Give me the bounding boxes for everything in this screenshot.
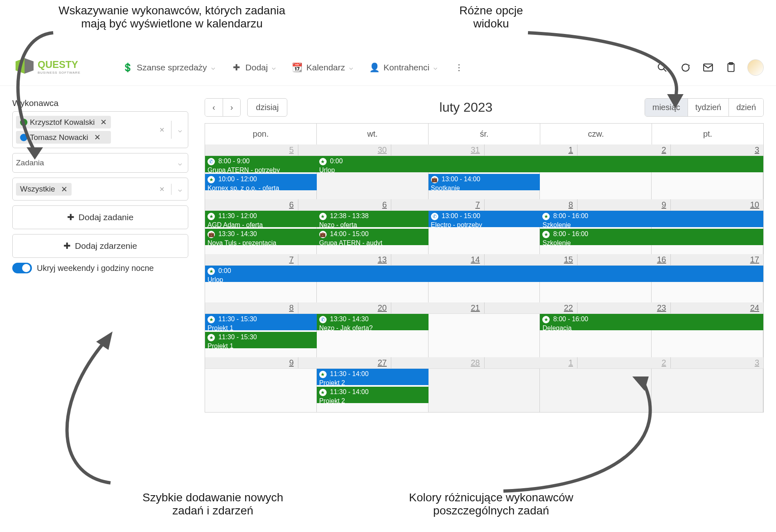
plus-icon: ✚	[67, 212, 74, 222]
calendar-event[interactable]: ★ 8:00 - 16:00Delegacja	[540, 314, 763, 330]
star-icon: ★	[208, 334, 215, 341]
date-cell[interactable]: 3	[671, 144, 764, 156]
arrow-bottom-right	[495, 372, 684, 503]
chevron-down-icon: ⌵	[272, 63, 276, 71]
date-cell[interactable]: 16	[577, 254, 671, 265]
star-icon: ★	[208, 316, 215, 323]
add-task-button[interactable]: ✚ Dodaj zadanie	[12, 205, 188, 229]
date-cell[interactable]: 8	[485, 199, 578, 210]
task-filter-select[interactable]: Wszystkie✕ ✕⌵	[12, 178, 188, 201]
clipboard-icon[interactable]	[724, 61, 738, 74]
calendar-event[interactable]: ★ 0:00Urlop	[317, 156, 763, 172]
date-cell[interactable]: 14	[391, 254, 485, 265]
filter-all-remove[interactable]: ✕	[61, 185, 68, 194]
date-cell[interactable]: 23	[577, 302, 671, 313]
more-dots-icon: ⋮	[454, 63, 464, 72]
date-cell[interactable]: 17	[671, 254, 764, 265]
arrow-top-left	[4, 29, 61, 172]
mail-icon[interactable]	[702, 61, 715, 74]
user-avatar[interactable]	[747, 59, 764, 76]
calendar-event[interactable]: ✆ 13:00 - 15:00Electro - potrzeby	[429, 211, 540, 227]
next-button[interactable]: ›	[223, 99, 241, 116]
hide-weekends-toggle[interactable]	[12, 263, 32, 273]
calendar-event[interactable]: ★ 11:30 - 12:00AGD Adam - oferta	[205, 211, 317, 227]
performer-clear[interactable]: ✕	[157, 124, 167, 136]
performer-1-remove[interactable]: ✕	[94, 133, 101, 142]
calendar-event[interactable]: ✆ 8:00 - 9:00Grupa ATERN - potrzeby	[205, 156, 317, 172]
date-cell[interactable]: 6	[298, 199, 392, 210]
date-cell[interactable]: 5	[205, 144, 298, 156]
dollar-icon: 💲	[123, 63, 133, 72]
today-button[interactable]: dzisiaj	[247, 98, 287, 117]
date-cell[interactable]: 22	[485, 302, 578, 313]
calendar-event[interactable]: ★ 12:38 - 13:38Nezo - oferta	[317, 211, 429, 227]
star-icon: ★	[542, 213, 550, 220]
date-cell[interactable]: 7	[391, 199, 485, 210]
day-header: czw.	[540, 124, 652, 144]
calendar-event[interactable]: 💼 13:00 - 14:00Spotkanie	[429, 174, 540, 190]
date-cell[interactable]: 27	[298, 357, 392, 368]
calendar-event[interactable]: ★ 8:00 - 16:00Szkolenie	[540, 211, 763, 227]
annotation-bottom-right: Kolory różnicujące wykonawców poszczegól…	[368, 491, 614, 517]
date-cell[interactable]: 30	[298, 144, 392, 156]
add-event-button[interactable]: ✚ Dodaj zdarzenie	[12, 234, 188, 258]
filter-clear[interactable]: ✕	[157, 183, 167, 196]
calendar-event[interactable]: ★ 11:30 - 15:30Projekt 1	[205, 332, 317, 348]
filter-tag-all[interactable]: Wszystkie✕	[16, 183, 72, 196]
date-cell[interactable]: 2	[577, 144, 671, 156]
date-cell[interactable]: 24	[671, 302, 764, 313]
nav-kalendarz[interactable]: 📆 Kalendarz ⌵	[292, 63, 353, 72]
svg-marker-0	[27, 147, 43, 160]
date-cell[interactable]: 3	[671, 357, 764, 368]
date-cell[interactable]: 21	[391, 302, 485, 313]
calendar-event[interactable]: 💼 13:30 - 14:30Nova Tuls - prezentacja	[205, 229, 317, 245]
chevron-down-icon: ⌵	[433, 63, 438, 71]
date-cell[interactable]: 8	[205, 302, 298, 313]
calendar-event[interactable]: ★ 11:30 - 15:30Projekt 1	[205, 314, 317, 330]
brief-icon: 💼	[431, 176, 438, 183]
date-cell[interactable]: 13	[298, 254, 392, 265]
nav-dodaj[interactable]: ✚ Dodaj ⌵	[232, 63, 276, 72]
calendar-event[interactable]: ★ 8:00 - 16:00Szkolenie	[540, 229, 763, 245]
date-cell[interactable]: 1	[485, 357, 578, 368]
nav-szanse[interactable]: 💲 Szanse sprzedaży ⌵	[123, 63, 215, 72]
view-day[interactable]: dzień	[729, 99, 763, 116]
calendar-event[interactable]: 💼 14:00 - 15:00Grupa ATERN - audyt	[317, 229, 429, 245]
star-icon: ★	[542, 231, 550, 238]
day-header: pon.	[205, 124, 317, 144]
date-cell[interactable]: 9	[205, 357, 298, 368]
date-cell[interactable]: 6	[205, 199, 298, 210]
star-icon: ★	[208, 268, 215, 275]
date-cell[interactable]: 20	[298, 302, 392, 313]
date-cell[interactable]: 10	[671, 199, 764, 210]
date-cell[interactable]: 31	[391, 144, 485, 156]
prev-button[interactable]: ‹	[205, 99, 223, 116]
person-icon: 👤	[370, 63, 379, 72]
nav-more[interactable]: ⋮	[454, 63, 464, 72]
day-header: śr.	[429, 124, 540, 144]
calendar-event[interactable]: ★ 10:00 - 12:00Kornex sp. z o.o. - ofert…	[205, 174, 317, 190]
calendar-icon: 📆	[292, 63, 302, 72]
date-cell[interactable]: 2	[577, 357, 671, 368]
star-icon: ★	[319, 213, 327, 220]
date-cell[interactable]: 1	[485, 144, 578, 156]
calendar-event[interactable]: ✆ 13:30 - 14:30Nezo - Jak oferta?	[317, 314, 429, 330]
date-cell[interactable]: 28	[391, 357, 485, 368]
calendar-event[interactable]: ★ 11:30 - 14:00Projekt 2	[317, 387, 429, 403]
day-header: pt.	[652, 124, 763, 144]
calendar-area: ‹ › dzisiaj luty 2023 miesiąc tydzień dz…	[205, 98, 764, 413]
date-cell[interactable]: 15	[485, 254, 578, 265]
date-cell[interactable]: 9	[577, 199, 671, 210]
day-header: wt.	[317, 124, 429, 144]
task-type-open[interactable]: ⌵	[176, 157, 185, 169]
calendar-event[interactable]: ★ 0:00Urlop	[205, 266, 763, 282]
phone-icon: ✆	[208, 158, 215, 165]
filter-open[interactable]: ⌵	[176, 183, 185, 196]
performer-open[interactable]: ⌵	[176, 124, 185, 136]
plus-icon: ✚	[232, 63, 241, 72]
nav-kontrahenci[interactable]: 👤 Kontrahenci ⌵	[370, 63, 438, 72]
date-cell[interactable]: 7	[205, 254, 298, 265]
annotation-bottom-left: Szybkie dodawanie nowych zadań i zdarzeń	[90, 491, 336, 517]
calendar-event[interactable]: ★ 11:30 - 14:00Projekt 2	[317, 369, 429, 385]
performer-0-remove[interactable]: ✕	[100, 117, 107, 127]
